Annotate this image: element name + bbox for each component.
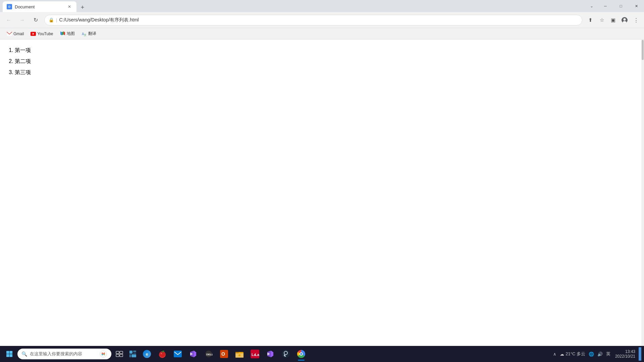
tab-close-button[interactable]: ✕ (66, 4, 72, 10)
share-button[interactable]: ⬆ (585, 15, 596, 25)
clock-date: 2022/10/21 (615, 354, 635, 359)
network-icon: 🌐 (589, 352, 594, 357)
scrollbar-thumb[interactable] (642, 40, 644, 60)
svg-rect-15 (6, 354, 9, 357)
profile-button[interactable] (619, 15, 630, 25)
svg-text:DELL: DELL (206, 353, 213, 356)
svg-point-35 (162, 351, 164, 352)
taskbar-app-steam[interactable] (278, 347, 293, 361)
taskbar-app-vs[interactable] (186, 347, 201, 361)
list-item: 第二项 (15, 56, 636, 67)
svg-point-19 (104, 353, 105, 354)
svg-rect-14 (10, 351, 13, 354)
youtube-icon (31, 31, 36, 37)
cloud-icon: ☁ (560, 352, 564, 357)
bookmark-translate-label: 翻译 (88, 31, 96, 37)
list-item: 第三项 (15, 67, 636, 78)
navigation-bar: ← → ↻ 🔒 | C:/Users/wang/Desktop/有序列表.htm… (0, 12, 644, 28)
taskbar-app-chrome[interactable] (294, 347, 309, 361)
taskbar-app-potal[interactable] (155, 347, 170, 361)
svg-text:O: O (221, 351, 225, 357)
svg-point-21 (104, 354, 105, 355)
svg-rect-37 (174, 351, 182, 357)
svg-rect-23 (116, 351, 119, 354)
tab-overflow-button[interactable]: ⌄ (586, 0, 598, 12)
start-button[interactable] (3, 347, 16, 361)
svg-point-18 (102, 353, 103, 354)
search-icon: 🔍 (21, 351, 27, 357)
menu-button[interactable]: ⋮ (631, 15, 641, 25)
bookmark-gmail[interactable]: Gmail (4, 30, 26, 38)
svg-point-1 (624, 18, 626, 20)
volume-button[interactable]: 🔊 (596, 347, 604, 361)
bookmark-youtube-label: YouTube (37, 32, 53, 36)
svg-rect-25 (116, 354, 119, 357)
sidebar-toggle-button[interactable]: ▣ (608, 15, 619, 25)
systray-overflow-button[interactable]: ∧ (552, 347, 558, 361)
search-placeholder: 在这里输入你要搜索的内容 (30, 351, 82, 357)
active-tab[interactable]: D Document ✕ (3, 1, 76, 12)
svg-marker-8 (60, 32, 62, 35)
minimize-button[interactable]: ─ (598, 0, 613, 12)
file-explorer-icon (235, 350, 244, 358)
list-item: 第一项 (15, 45, 636, 56)
svg-text:文: 文 (84, 34, 87, 37)
maximize-button[interactable]: □ (613, 0, 629, 12)
weather-widget[interactable]: ☁ 21°C 多云 (558, 347, 587, 361)
address-url: C:/Users/wang/Desktop/有序列表.html (59, 17, 578, 23)
taskbar-pinned-apps: e (140, 347, 309, 361)
taskbar-search[interactable]: 🔍 在这里输入你要搜索的内容 (17, 349, 111, 359)
nav-right-icons: ⬆ ☆ ▣ ⋮ (585, 15, 641, 25)
task-view-icon (116, 351, 123, 357)
svg-point-2 (623, 21, 627, 23)
bookmark-youtube[interactable]: YouTube (28, 30, 56, 38)
taskbar-app-vs2[interactable] (263, 347, 278, 361)
clock-time: 13:43 (625, 349, 635, 354)
page-scrollbar[interactable] (641, 40, 644, 346)
steam-icon (281, 350, 290, 358)
address-bar[interactable]: 🔒 | C:/Users/wang/Desktop/有序列表.html (44, 15, 582, 25)
taskbar-app-dell[interactable]: DELL (201, 347, 216, 361)
svg-point-20 (102, 354, 103, 355)
widgets-icon (129, 350, 137, 358)
lala-icon: La La (251, 350, 259, 358)
svg-rect-28 (133, 351, 136, 352)
widgets-button[interactable] (126, 347, 140, 361)
weather-text: 21°C 多云 (566, 351, 585, 357)
svg-rect-29 (133, 353, 136, 354)
forward-button[interactable]: → (16, 14, 28, 26)
svg-rect-27 (129, 351, 132, 354)
chrome-icon (297, 350, 305, 358)
new-tab-button[interactable]: + (78, 3, 87, 12)
tab-strip: D Document ✕ + (0, 0, 586, 12)
lock-icon: 🔒 (49, 17, 54, 22)
svg-marker-53 (271, 351, 273, 357)
tab-title: Document (15, 4, 64, 9)
bookmark-button[interactable]: ☆ (596, 15, 607, 25)
show-desktop-button[interactable] (639, 347, 641, 361)
input-method-button[interactable]: 英 (605, 347, 612, 361)
translate-icon: A 文 (82, 31, 87, 37)
close-button[interactable]: ✕ (629, 0, 644, 12)
office-icon: O (220, 350, 228, 358)
taskbar-app-explorer[interactable] (232, 347, 247, 361)
bookmark-translate[interactable]: A 文 翻译 (79, 30, 99, 38)
network-icon-button[interactable]: 🌐 (587, 347, 595, 361)
favicon-doc-icon: D (7, 4, 12, 9)
reload-button[interactable]: ↻ (30, 14, 42, 26)
taskbar-app-edge[interactable]: e (140, 347, 154, 361)
taskbar-app-office[interactable]: O (217, 347, 231, 361)
address-separator: | (56, 17, 57, 22)
task-view-button[interactable] (113, 347, 126, 361)
taskbar-app-mail[interactable] (170, 347, 185, 361)
ordered-list: 第一项 第二项 第三项 (15, 45, 636, 78)
title-bar: D Document ✕ + ⌄ ─ □ ✕ (0, 0, 644, 12)
bookmark-maps[interactable]: 地图 (57, 30, 77, 38)
cortana-icon (99, 350, 107, 358)
back-button[interactable]: ← (3, 14, 15, 26)
tomato-app-icon (158, 350, 167, 358)
window-controls: ─ □ ✕ (598, 0, 644, 12)
system-clock[interactable]: 13:43 2022/10/21 (612, 347, 638, 361)
edge-icon: e (143, 350, 151, 358)
taskbar-app-lala[interactable]: La La (248, 347, 262, 361)
